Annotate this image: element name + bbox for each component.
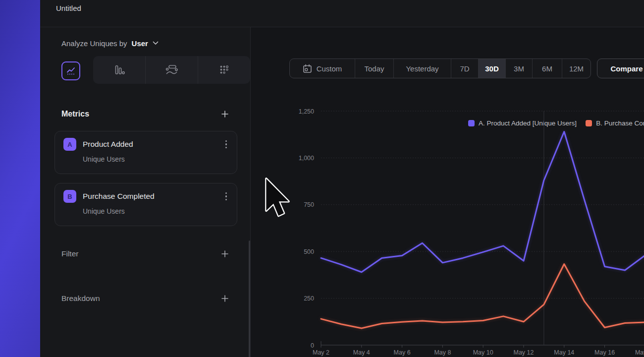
svg-text:250: 250 — [304, 295, 314, 302]
analyze-by-row: Analyze Uniques by User — [61, 35, 159, 51]
add-metric-button[interactable] — [219, 108, 231, 120]
metric-title: Purchase Completed — [83, 192, 217, 201]
report-title[interactable]: Untitled — [56, 3, 81, 14]
plus-icon — [221, 295, 229, 302]
svg-text:May 2: May 2 — [313, 349, 329, 356]
metrics-title: Metrics — [61, 110, 89, 119]
plus-icon — [221, 110, 229, 118]
metric-card-b[interactable]: B Purchase Completed Unique Users — [54, 183, 237, 226]
date-range-toolbar: Custom Today Yesterday 7D 30D 3M 6M 12M … — [289, 59, 644, 78]
metric-subtitle[interactable]: Unique Users — [83, 155, 237, 163]
range-7d[interactable]: 7D — [451, 59, 478, 78]
analyze-by-value[interactable]: User — [132, 39, 148, 48]
flow-icon — [165, 64, 178, 76]
calendar-icon — [303, 64, 312, 73]
tab-line-chart[interactable] — [61, 61, 80, 80]
date-range-segmented-control: Custom Today Yesterday 7D 30D 3M 6M 12M — [289, 59, 591, 78]
chart-type-tabs — [40, 56, 250, 84]
svg-text:1,250: 1,250 — [299, 108, 314, 115]
tab-funnel-dots[interactable] — [198, 56, 250, 84]
metric-title: Product Added — [83, 140, 217, 149]
svg-text:750: 750 — [304, 201, 314, 208]
svg-text:0: 0 — [311, 342, 314, 349]
metric-menu-button[interactable] — [223, 138, 229, 150]
line-chart-icon — [66, 66, 76, 76]
svg-text:May 10: May 10 — [473, 349, 493, 356]
query-sidebar: Analyze Uniques by User — [40, 27, 251, 357]
svg-text:May 16: May 16 — [594, 349, 615, 356]
svg-text:1,000: 1,000 — [299, 155, 314, 162]
range-custom[interactable]: Custom — [290, 59, 355, 78]
line-chart-canvas[interactable]: 02505007501,0001,250May 2May 4May 6May 8… — [251, 105, 644, 357]
bar-chart-icon — [113, 64, 125, 76]
metric-subtitle[interactable]: Unique Users — [83, 207, 237, 215]
range-6m[interactable]: 6M — [532, 59, 562, 78]
svg-text:500: 500 — [304, 248, 314, 255]
range-yesterday[interactable]: Yesterday — [393, 59, 451, 78]
title-bar: Untitled — [40, 0, 644, 27]
plus-icon — [221, 250, 229, 258]
range-30d[interactable]: 30D — [478, 59, 505, 78]
tab-flow[interactable] — [145, 56, 198, 84]
metric-badge-b: B — [63, 190, 76, 203]
add-filter-button[interactable] — [219, 248, 231, 260]
filter-section: Filter — [61, 245, 231, 262]
svg-text:May 12: May 12 — [514, 349, 534, 356]
analytics-app-window: Untitled Analyze Uniques by User — [40, 0, 644, 357]
svg-text:May 6: May 6 — [394, 349, 411, 356]
svg-text:May 14: May 14 — [554, 349, 574, 356]
desktop-gradient-background — [0, 0, 40, 357]
add-breakdown-button[interactable] — [219, 293, 231, 304]
breakdown-section: Breakdown — [61, 290, 231, 307]
metric-badge-a: A — [63, 138, 76, 151]
tab-bar-chart[interactable] — [93, 56, 145, 84]
chevron-down-icon[interactable] — [153, 41, 159, 45]
range-3m[interactable]: 3M — [505, 59, 532, 78]
metrics-header: Metrics — [61, 106, 231, 122]
chart-panel: Custom Today Yesterday 7D 30D 3M 6M 12M … — [251, 27, 644, 357]
svg-text:May 8: May 8 — [434, 349, 451, 356]
svg-text:May 18: May 18 — [635, 349, 644, 356]
compare-button[interactable]: Compare — [597, 59, 644, 78]
breakdown-label: Breakdown — [61, 294, 100, 303]
chart-type-tab-group — [93, 56, 250, 84]
filter-label: Filter — [61, 249, 78, 258]
sidebar-scrollbar[interactable] — [249, 240, 250, 357]
range-12m[interactable]: 12M — [562, 59, 590, 78]
metric-card-a[interactable]: A Product Added Unique Users — [54, 131, 237, 174]
range-today[interactable]: Today — [355, 59, 393, 78]
analyze-by-label: Analyze Uniques by — [61, 39, 127, 48]
metric-menu-button[interactable] — [223, 190, 229, 202]
mouse-cursor — [265, 178, 290, 219]
funnel-dots-icon — [219, 64, 230, 75]
svg-text:May 4: May 4 — [353, 349, 370, 356]
